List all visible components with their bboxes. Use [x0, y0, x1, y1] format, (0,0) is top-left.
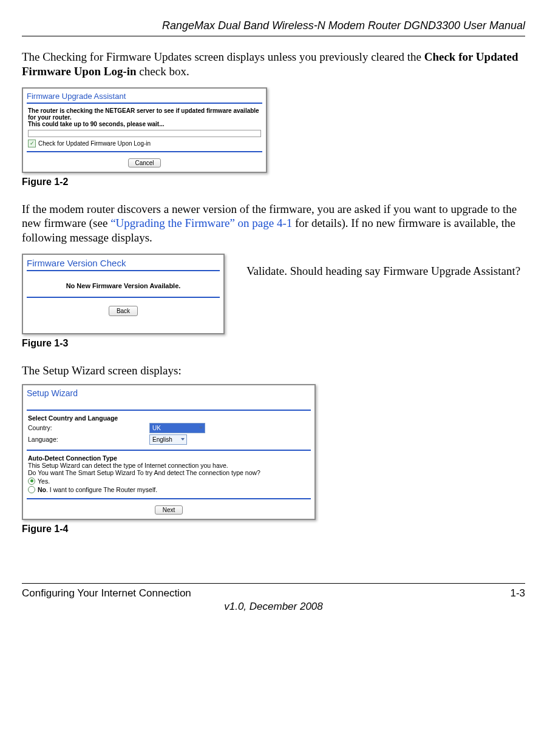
footer-left: Configuring Your Internet Connection	[22, 587, 191, 599]
progress-bar	[28, 130, 261, 137]
autodetect-desc2: Do You want The Smart Setup Wizard To tr…	[28, 469, 310, 476]
firmware-upgrade-title: Firmware Upgrade Assistant	[23, 89, 266, 103]
radio-yes-label: Yes.	[38, 478, 50, 485]
para1-text-c: check box.	[137, 65, 189, 78]
button-row: Back	[23, 298, 223, 333]
figure-1-3-caption: Figure 1-3	[22, 338, 525, 349]
country-label: Country:	[28, 424, 149, 431]
radio-yes-row[interactable]: Yes.	[28, 478, 310, 485]
setup-wizard-title: Setup Wizard	[23, 385, 314, 400]
firmware-upgrade-body: The router is checking the NETGEAR serve…	[23, 104, 266, 151]
section-autodetect: Auto-Detect Connection Type	[28, 454, 310, 462]
header-rule	[22, 36, 525, 36]
country-select[interactable]: UK	[149, 423, 205, 433]
button-row: Next	[23, 499, 314, 519]
figure-1-2-caption: Figure 1-2	[22, 177, 525, 187]
paragraph-1: The Checking for Firmware Updates screen…	[22, 50, 525, 79]
autodetect-desc1: This Setup Wizard can detect the type of…	[28, 462, 310, 469]
language-row: Language: English	[28, 434, 310, 445]
screenshot-firmware-check: Firmware Version Check No New Firmware V…	[22, 254, 225, 334]
setup-wizard-body: Select Country and Language Country: UK …	[23, 411, 314, 450]
page-footer: Configuring Your Internet Connection 1-3	[22, 587, 525, 599]
radio-yes-icon[interactable]	[28, 478, 35, 485]
check-row[interactable]: ✓ Check for Updated Firmware Upon Log-in	[28, 140, 261, 147]
check-label: Check for Updated Firmware Upon Log-in	[38, 140, 151, 147]
back-button[interactable]: Back	[109, 306, 138, 316]
page-header-title: RangeMax Dual Band Wireless-N Modem Rout…	[22, 19, 525, 32]
next-button[interactable]: Next	[155, 505, 183, 515]
firmware-upgrade-link[interactable]: “Upgrading the Firmware” on page 4-1	[110, 217, 292, 229]
footer-right: 1-3	[510, 587, 525, 599]
country-row: Country: UK	[28, 423, 310, 433]
radio-no-label-rest: . I want to configure The Router myself.	[46, 486, 157, 493]
paragraph-2: If the modem router discovers a newer ve…	[22, 202, 525, 245]
firmware-upgrade-line2: This could take up to 90 seconds, please…	[28, 121, 261, 127]
firmware-check-message: No New Firmware Version Available.	[23, 271, 223, 297]
firmware-upgrade-line1: The router is checking the NETGEAR serve…	[28, 107, 261, 121]
radio-no-label-bold: No	[38, 486, 46, 493]
footer-center: v1.0, December 2008	[22, 601, 525, 613]
language-label: Language:	[28, 436, 149, 443]
firmware-check-title: Firmware Version Check	[23, 255, 223, 270]
language-select[interactable]: English	[149, 434, 187, 445]
para1-text-a: The Checking for Firmware Updates screen…	[22, 50, 424, 63]
figure-1-4-caption: Figure 1-4	[22, 524, 525, 535]
section-country-language: Select Country and Language	[28, 414, 310, 422]
screenshot-firmware-upgrade: Firmware Upgrade Assistant The router is…	[22, 87, 267, 173]
setup-wizard-body2: Auto-Detect Connection Type This Setup W…	[23, 451, 314, 498]
paragraph-3: The Setup Wizard screen displays:	[22, 363, 525, 378]
figure-1-3-row: Firmware Version Check No New Firmware V…	[22, 254, 525, 334]
cancel-button[interactable]: Cancel	[128, 158, 160, 167]
footer-rule	[22, 583, 525, 584]
checkbox-icon[interactable]: ✓	[28, 140, 36, 147]
radio-no-row[interactable]: No. I want to configure The Router mysel…	[28, 486, 310, 493]
screenshot-setup-wizard: Setup Wizard Select Country and Language…	[22, 384, 316, 520]
button-row: Cancel	[23, 152, 266, 172]
radio-no-icon[interactable]	[28, 486, 35, 493]
annotation-text: Validate. Should heading say Firmware Up…	[246, 254, 520, 278]
